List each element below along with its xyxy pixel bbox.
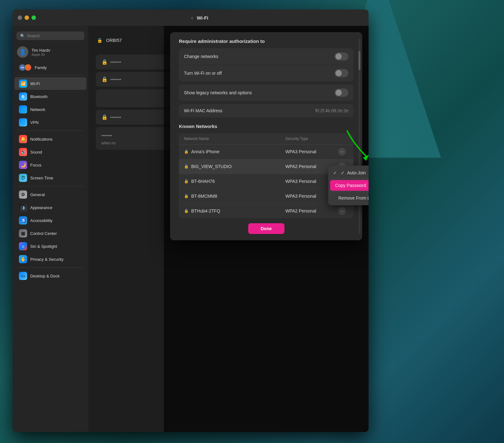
auto-join-label: Auto-Join: [347, 170, 366, 175]
row-security-1: WPA3 Personal: [285, 149, 336, 154]
sidebar-item-notifications[interactable]: 🔔 Notifications: [14, 133, 86, 145]
lock-icon-connected: 🔒: [97, 38, 102, 43]
content-area: 🔒 ORBI57 📶 Details... 🔒 ••••••• 🔒 📶 🔒: [88, 26, 369, 432]
sidebar-item-label-wifi: Wi-Fi: [30, 81, 40, 86]
notifications-icon: 🔔: [19, 135, 27, 143]
minimize-button[interactable]: [25, 15, 29, 20]
desktop-icon: ▭: [19, 272, 27, 280]
turn-wifi-toggle[interactable]: [335, 69, 348, 77]
lock-icon-row4: 🔒: [184, 194, 189, 198]
sidebar-item-network[interactable]: 🌐 Network: [14, 103, 86, 116]
vpn-icon: 🌐: [19, 118, 27, 126]
sidebar-item-label-desktop: Desktop & Dock: [30, 274, 60, 278]
screentime-icon: ⏱: [19, 174, 27, 182]
remove-from-list-item[interactable]: Remove From List: [328, 193, 369, 203]
row-actions-1: ···: [336, 148, 348, 155]
context-menu-divider-2: [328, 192, 369, 192]
toggle-knob-3: [335, 90, 342, 96]
sound-icon: 🔊: [19, 148, 27, 156]
auto-join-checkmark: ✓: [341, 170, 345, 175]
toggle-knob-2: [335, 70, 342, 76]
bluetooth-icon: B: [19, 92, 27, 101]
sidebar: 🔍 Search 👤 Tim Hardv Apple ID TH: [13, 26, 88, 432]
mac-address-value: f0:2f:4b:08:2e:2e: [315, 108, 348, 113]
sidebar-item-wifi[interactable]: 📶 Wi-Fi: [14, 77, 86, 90]
network-name-5: BTHub4-2TFQ: [191, 208, 220, 213]
sidebar-item-family[interactable]: TH Family: [14, 62, 86, 73]
ellipsis-button-5[interactable]: ···: [338, 207, 346, 215]
turn-wifi-label: Turn Wi-Fi on or off: [184, 71, 335, 76]
user-info: Tim Hardv Apple ID: [32, 48, 84, 56]
row-security-5: WPA2 Personal: [285, 208, 336, 213]
auto-join-item[interactable]: ✓ Auto-Join: [328, 167, 369, 178]
modal-panel: Require administrator authorization to C…: [170, 32, 362, 240]
done-button[interactable]: Done: [248, 223, 284, 234]
siri-icon: ◎: [19, 242, 27, 250]
copy-password-item[interactable]: Copy Password: [330, 180, 369, 191]
remove-from-list-label: Remove From List: [338, 195, 369, 201]
sidebar-item-appearance[interactable]: ◑ Appearance: [14, 201, 86, 214]
svg-marker-0: [363, 154, 369, 161]
ellipsis-button-1[interactable]: ···: [338, 148, 346, 155]
sidebar-item-bluetooth[interactable]: B Bluetooth: [14, 90, 86, 103]
network-icon: 🌐: [19, 105, 27, 114]
modal-overlay: Require administrator authorization to C…: [164, 26, 369, 432]
mac-address-label: Wi-Fi MAC Address: [184, 108, 315, 113]
change-networks-toggle[interactable]: [335, 52, 348, 61]
copy-password-label: Copy Password: [335, 183, 366, 188]
sidebar-item-label-siri: Siri & Spotlight: [30, 244, 57, 249]
sidebar-item-label-vpn: VPN: [30, 120, 39, 125]
network-name-4: BT-8MCMM8: [191, 194, 217, 199]
modal-footer: Done: [170, 218, 362, 234]
sidebar-user[interactable]: 👤 Tim Hardv Apple ID: [13, 44, 88, 61]
sidebar-item-siri[interactable]: ◎ Siri & Spotlight: [14, 240, 86, 253]
search-box[interactable]: 🔍 Search: [16, 32, 84, 40]
focus-icon: 🌙: [19, 161, 27, 169]
user-subtitle: Apple ID: [32, 53, 84, 56]
lock-icon-row2: 🔒: [184, 164, 189, 169]
family-avatar-colorful: [25, 64, 32, 71]
mac-address-row: Wi-Fi MAC Address f0:2f:4b:08:2e:2e: [179, 104, 353, 117]
sidebar-divider-2: [17, 131, 84, 131]
networks-table: Network Name Security Type 🔒 Anna's iPho…: [179, 133, 353, 218]
legacy-networks-row: Show legacy networks and options: [179, 85, 353, 101]
sidebar-item-label-screentime: Screen Time: [30, 176, 53, 180]
controlcenter-icon: ▦: [19, 229, 27, 237]
mac-window: ‹ Wi-Fi 🔍 Search 👤 Tim Hardv Apple I: [13, 9, 369, 432]
user-name: Tim Hardv: [32, 48, 84, 53]
window-title: Wi-Fi: [197, 15, 209, 20]
network-name-1: Anna's iPhone: [191, 149, 220, 154]
sidebar-item-sound[interactable]: 🔊 Sound: [14, 146, 86, 158]
sidebar-item-vpn[interactable]: 🌐 VPN: [14, 116, 86, 129]
network-name-3: BT-6HAH76: [191, 179, 215, 184]
legacy-toggle[interactable]: [335, 89, 348, 97]
back-button[interactable]: ‹: [191, 15, 193, 21]
sidebar-divider: [17, 75, 84, 75]
table-row-5: 🔒 BTHub4-2TFQ WPA2 Personal ···: [179, 204, 353, 218]
sidebar-item-screentime[interactable]: ⏱ Screen Time: [14, 172, 86, 184]
sidebar-item-privacy[interactable]: ✋ Privacy & Security: [14, 253, 86, 265]
table-row-4: 🔒 BT-8MCMM8 WPA3 Personal ···: [179, 189, 353, 204]
row-name-1: 🔒 Anna's iPhone: [184, 149, 285, 154]
title-bar: ‹ Wi-Fi: [13, 9, 369, 26]
wifi-icon: 📶: [19, 79, 27, 88]
sidebar-item-label-privacy: Privacy & Security: [30, 257, 63, 262]
sidebar-item-accessibility[interactable]: ♿ Accessibility: [14, 214, 86, 227]
sidebar-item-desktop[interactable]: ▭ Desktop & Dock: [14, 270, 86, 282]
sidebar-item-label-notifications: Notifications: [30, 137, 53, 142]
main-layout: 🔍 Search 👤 Tim Hardv Apple ID TH: [13, 26, 369, 432]
search-icon: 🔍: [20, 34, 25, 38]
legacy-networks-label: Show legacy networks and options: [184, 90, 335, 95]
sidebar-item-label-controlcenter: Control Center: [30, 231, 57, 236]
privacy-icon: ✋: [19, 255, 27, 263]
col-header-name: Network Name: [184, 137, 285, 141]
sidebar-item-focus[interactable]: 🌙 Focus: [14, 159, 86, 171]
sidebar-item-controlcenter[interactable]: ▦ Control Center: [14, 227, 86, 240]
maximize-button[interactable]: [32, 15, 36, 20]
close-button[interactable]: [18, 15, 22, 20]
lock-icon-3: 🔒: [101, 114, 108, 120]
family-avatars: TH: [19, 64, 32, 71]
sidebar-item-general[interactable]: ⚙ General: [14, 188, 86, 201]
turn-wifi-row: Turn Wi-Fi on or off: [179, 65, 353, 81]
search-placeholder: Search: [27, 33, 40, 38]
